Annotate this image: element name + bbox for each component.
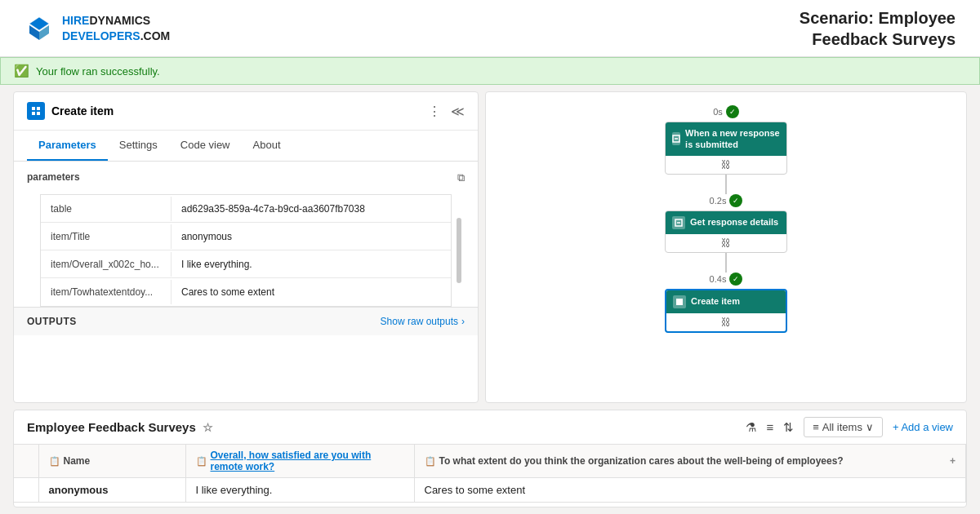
dropdown-arrow-icon: ∨ <box>866 421 874 433</box>
tab-about[interactable]: About <box>242 131 292 161</box>
filter-icon[interactable]: ⚗ <box>746 420 756 435</box>
flow-node-1: 0s ✓ When a new response is submitted ⛓ <box>665 105 787 175</box>
param-row-title: item/Title anonymous <box>41 223 451 250</box>
middle-section: Create item ⋮ ≪ Parameters Settings Code… <box>0 85 980 410</box>
sort-icon[interactable]: ⇅ <box>783 420 794 435</box>
th-col1-icon: 📋 <box>196 456 207 467</box>
link-icon-3: ⛓ <box>721 317 731 328</box>
params-area: parameters ⧉ <box>14 162 478 194</box>
th-name-icon: 📋 <box>49 456 60 467</box>
param-value-title: anonymous <box>172 224 451 249</box>
logo-area: HIREDYNAMICS DEVELOPERS.COM <box>24 13 170 42</box>
right-panel: 0s ✓ When a new response is submitted ⛓ <box>485 91 967 403</box>
copy-icon[interactable]: ⧉ <box>457 171 465 184</box>
outputs-section: OUTPUTS Show raw outputs › <box>14 307 478 335</box>
node-title-2: Get response details <box>690 216 778 228</box>
node-timing-3: 0.4s ✓ <box>710 273 743 286</box>
node-icon-3 <box>673 295 686 308</box>
svg-rect-7 <box>37 112 40 115</box>
svg-rect-12 <box>676 299 679 302</box>
param-value-overall: I like everything. <box>172 252 451 277</box>
node-header-2: Get response details <box>666 211 786 234</box>
node-timing-1: 0s ✓ <box>713 105 739 118</box>
param-key-overall: item/Overall_x002c_ho... <box>41 252 172 277</box>
panel-title: Create item <box>51 104 114 117</box>
success-check-icon: ✅ <box>14 64 29 78</box>
create-item-icon <box>27 102 45 120</box>
svg-rect-15 <box>679 302 683 305</box>
svg-rect-5 <box>37 107 40 110</box>
svg-rect-13 <box>679 299 683 302</box>
more-options-icon[interactable]: ⋮ <box>428 104 441 119</box>
tab-settings[interactable]: Settings <box>108 131 169 161</box>
link-icon-1: ⛓ <box>721 159 731 171</box>
show-raw-outputs-button[interactable]: Show raw outputs › <box>381 316 465 327</box>
page-title: Scenario: Employee Feedback Surveys <box>800 7 956 50</box>
th-col1[interactable]: 📋 Overall, how satisfied are you with re… <box>185 445 414 478</box>
row-col2: Cares to some extent <box>414 478 966 503</box>
node-header-1: When a new response is submitted <box>666 122 786 156</box>
outputs-label: OUTPUTS <box>27 316 77 327</box>
check-icon-2: ✓ <box>729 194 742 207</box>
link-icon-2: ⛓ <box>721 237 731 249</box>
flow-arrow-1 <box>725 175 727 194</box>
node-title-1: When a new response is submitted <box>685 127 780 151</box>
row-col1: I like everything. <box>185 478 414 503</box>
param-table-wrapper: table ad629a35-859a-4c7a-b9cd-aa3607fb70… <box>14 194 478 307</box>
panel-header-actions: ⋮ ≪ <box>428 104 465 119</box>
all-items-button[interactable]: ≡ All items ∨ <box>804 417 883 437</box>
add-view-button[interactable]: + Add a view <box>893 421 953 433</box>
group-icon[interactable]: ≡ <box>766 420 773 434</box>
flow-node-3: 0.4s ✓ Create item ⛓ <box>665 273 787 333</box>
logo-icon <box>24 14 54 43</box>
panel-header: Create item ⋮ ≪ <box>14 92 478 131</box>
check-icon-1: ✓ <box>726 105 739 118</box>
table-header-bar: Employee Feedback Surveys ☆ ⚗ ≡ ⇅ ≡ All … <box>14 410 966 445</box>
check-icon-3: ✓ <box>729 273 742 286</box>
header: HIREDYNAMICS DEVELOPERS.COM Scenario: Em… <box>0 0 980 57</box>
th-col2-icon: 📋 <box>425 456 436 467</box>
node-footer-3: ⛓ <box>666 313 786 331</box>
th-col2[interactable]: 📋 To what extent do you think the organi… <box>414 445 966 478</box>
node-footer-1: ⛓ <box>666 156 786 174</box>
success-banner: ✅ Your flow ran successfully. <box>0 57 980 85</box>
flow-arrow-2 <box>725 253 727 273</box>
node-icon-2 <box>672 216 685 229</box>
data-table: 📋 Name 📋 Overall, how satisfied are you … <box>14 445 966 503</box>
star-icon[interactable]: ☆ <box>203 421 213 434</box>
panel-header-left: Create item <box>27 102 114 120</box>
param-value-towhat: Cares to some extent <box>172 280 451 304</box>
node-box-2[interactable]: Get response details ⛓ <box>665 210 787 253</box>
svg-rect-14 <box>676 302 679 305</box>
th-name[interactable]: 📋 Name <box>38 445 185 478</box>
collapse-icon[interactable]: ≪ <box>451 104 465 119</box>
add-column-icon[interactable]: + <box>950 455 956 467</box>
node-title-3: Create item <box>691 295 740 307</box>
params-label: parameters <box>27 171 80 183</box>
content-wrapper: ✅ Your flow ran successfully. Create ite… <box>0 57 980 514</box>
row-name[interactable]: anonymous <box>38 478 185 503</box>
param-value-table: ad629a35-859a-4c7a-b9cd-aa3607fb7038 <box>172 197 451 221</box>
success-message: Your flow ran successfully. <box>36 65 160 78</box>
bottom-table: Employee Feedback Surveys ☆ ⚗ ≡ ⇅ ≡ All … <box>13 410 967 507</box>
tab-code-view[interactable]: Code view <box>169 131 242 161</box>
svg-rect-6 <box>32 112 35 115</box>
table-title: Employee Feedback Surveys ☆ <box>27 420 213 434</box>
scroll-indicator[interactable] <box>457 218 461 283</box>
node-timing-2: 0.2s ✓ <box>710 194 743 207</box>
node-header-3: Create item <box>666 290 786 313</box>
param-row-table: table ad629a35-859a-4c7a-b9cd-aa3607fb70… <box>41 195 451 223</box>
tab-parameters[interactable]: Parameters <box>27 131 108 161</box>
param-table: table ad629a35-859a-4c7a-b9cd-aa3607fb70… <box>40 194 452 307</box>
node-icon-1 <box>672 132 680 145</box>
node-box-3[interactable]: Create item ⛓ <box>665 289 787 333</box>
node-box-1[interactable]: When a new response is submitted ⛓ <box>665 122 787 175</box>
svg-rect-4 <box>32 107 35 110</box>
param-key-table: table <box>41 197 172 221</box>
left-panel: Create item ⋮ ≪ Parameters Settings Code… <box>13 91 479 403</box>
node-footer-2: ⛓ <box>666 234 786 252</box>
logo-text: HIREDYNAMICS DEVELOPERS.COM <box>62 13 170 42</box>
table-row: anonymous I like everything. Cares to so… <box>14 478 966 503</box>
param-key-title: item/Title <box>41 224 172 249</box>
chevron-right-icon: › <box>461 316 465 327</box>
